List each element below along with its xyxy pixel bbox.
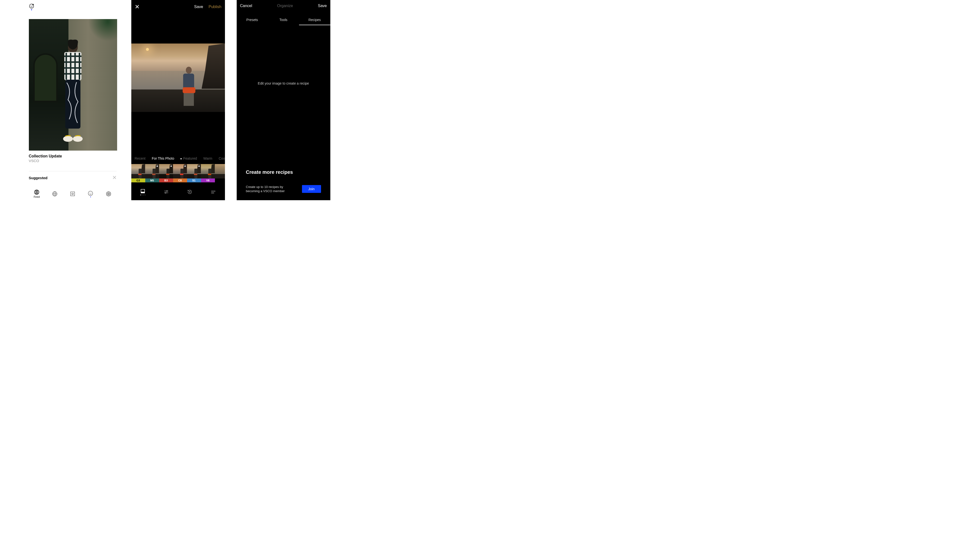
preset-label: M5 [145,178,159,183]
tab-membership[interactable] [101,191,116,197]
svg-line-35 [107,192,108,194]
preset-label: C8 [173,178,187,183]
svg-point-46 [166,191,167,191]
preset-label: S1 [187,178,201,183]
lock-icon [170,165,172,167]
studio-icon [70,191,75,197]
globe-icon [52,191,57,197]
save-button[interactable]: Save [194,5,203,9]
svg-rect-14 [65,80,80,129]
presets-icon [140,189,145,194]
history-icon [187,189,192,195]
tab-profile-dot [90,197,91,197]
svg-rect-39 [156,166,158,167]
tab-studio[interactable] [65,191,80,197]
feed-header [26,0,119,11]
close-icon[interactable]: ✕ [135,3,140,10]
smiley-tab-icon [88,191,93,196]
preset-v8[interactable]: V8 [201,164,215,183]
category-warm[interactable]: Warm [203,156,212,160]
tool-adjust[interactable] [164,189,169,195]
svg-marker-53 [214,191,215,192]
wheel-icon [106,191,111,197]
editor-mode-tabs: Presets Tools Recipes [237,16,330,25]
editor-toolbar [131,184,225,200]
svg-point-16 [73,136,83,142]
feed-screen: Collection Update VSCO Suggested ✕ Feed [26,0,119,200]
editor-screen: ✕ Save Publish Recent For This Photo Fea… [131,0,225,200]
svg-line-37 [109,192,110,194]
dismiss-suggested-icon[interactable]: ✕ [112,175,117,181]
svg-rect-44 [141,192,145,193]
category-recent[interactable]: Recent [135,156,145,160]
recipes-empty-message: Edit your image to create a recipe [237,81,330,85]
recipes-icon [210,189,216,195]
preset-g3[interactable]: G3 [131,164,145,183]
join-button[interactable]: Join [302,185,321,193]
preset-label: B3 [159,178,173,183]
svg-rect-42 [198,166,199,167]
organize-label: Organize [277,4,293,8]
feed-subject-figure [54,39,91,149]
category-cool[interactable]: Cool [219,156,225,160]
tab-feed-label: Feed [34,195,40,198]
feed-content: Collection Update VSCO Suggested ✕ [26,11,119,184]
category-featured[interactable]: Featured [180,156,197,160]
tab-recipes[interactable]: Recipes [299,16,330,25]
vsco-smiley-icon[interactable] [29,3,34,9]
preset-label: V8 [201,178,215,183]
preset-label: G3 [131,178,145,183]
preset-c8[interactable]: C8 [173,164,187,183]
editor-header: ✕ Save Publish [131,0,225,10]
svg-rect-24 [71,192,75,196]
suggested-heading: Suggested [29,176,48,180]
tab-profile[interactable] [83,191,98,197]
svg-rect-40 [170,166,172,167]
svg-point-28 [91,193,91,193]
svg-line-38 [107,194,108,195]
lock-icon [184,165,186,167]
preset-m5[interactable]: M5 [145,164,159,183]
tool-recipes[interactable] [210,189,216,195]
feed-icon [34,189,39,195]
svg-point-2 [32,5,32,6]
preset-overflow[interactable] [215,164,225,183]
lock-icon [198,165,200,167]
svg-point-25 [72,193,73,195]
recipes-screen: Cancel Organize Save Presets Tools Recip… [237,0,330,200]
svg-point-49 [189,191,190,192]
tool-history[interactable] [187,189,192,195]
tab-tools[interactable]: Tools [268,16,299,25]
editor-preview-image[interactable] [131,43,225,112]
svg-line-36 [109,194,110,195]
feed-post-image[interactable] [29,19,117,151]
tab-presets[interactable]: Presets [237,16,268,25]
cancel-button[interactable]: Cancel [240,4,252,8]
svg-point-48 [165,192,166,193]
svg-point-26 [88,191,93,195]
preview-subject [181,67,197,111]
category-for-this-photo[interactable]: For This Photo [152,156,174,160]
tab-discover[interactable] [48,191,62,197]
feed-post-title: Collection Update [29,154,117,159]
notification-dot [31,9,32,10]
svg-point-1 [30,5,31,6]
svg-point-27 [90,193,90,193]
tab-feed[interactable]: Feed [29,189,44,198]
svg-rect-41 [185,166,186,167]
publish-button[interactable]: Publish [208,5,221,9]
recipes-upsell: Create more recipes Create up to 10 reci… [237,170,330,194]
recipes-header: Cancel Organize Save [237,0,330,8]
preset-b3[interactable]: B3 [159,164,173,183]
lock-icon [156,165,158,167]
preset-s1[interactable]: S1 [187,164,201,183]
svg-point-30 [108,193,109,195]
tool-presets[interactable] [140,189,145,195]
svg-point-15 [63,136,73,142]
upsell-title: Create more recipes [246,170,321,175]
save-button[interactable]: Save [318,4,327,8]
preset-strip: G3M5B3C8S1V8 [131,164,225,183]
svg-point-0 [29,4,33,8]
feed-post-author[interactable]: VSCO [29,159,117,163]
bottom-tabbar: Feed [26,189,119,200]
